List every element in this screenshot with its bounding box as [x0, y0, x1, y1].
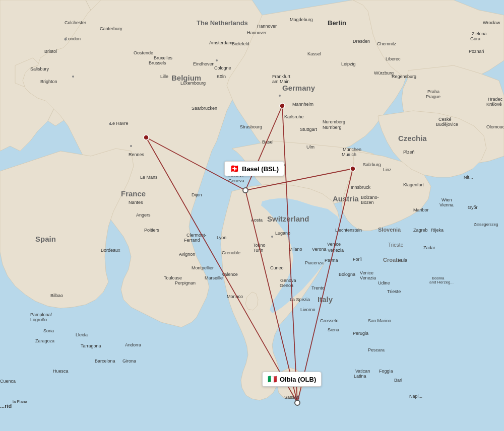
map-svg: .land { fill: #e8e0d0; stroke: #c8b89a; …	[0, 0, 504, 431]
svg-point-17	[216, 59, 218, 61]
czechia-label: Czechia	[398, 134, 427, 142]
venice2-label: Venice	[360, 270, 373, 275]
hradec-label: Hradec	[488, 97, 503, 102]
colchester-label: Colchester	[65, 20, 86, 25]
berlin-label: Berlin	[328, 19, 346, 27]
poznan-label: Poznań	[469, 49, 484, 54]
bordeaux-label: Bordeaux	[101, 248, 120, 253]
nit-label: Nit...	[464, 175, 473, 180]
basel-flag: 🇨🇭	[230, 164, 239, 173]
canterbury-label: Canterbury	[100, 26, 122, 31]
olomouc-label: Olomouc	[486, 124, 504, 129]
brighton-label: Brighton	[40, 79, 57, 84]
nurnberg-label: Nürnberg	[323, 125, 342, 130]
wien-label: Wien	[442, 197, 452, 202]
olbia-airport-label: 🇮🇹 Olbia (OLB)	[262, 372, 322, 387]
turin-label: Turin	[253, 248, 263, 253]
germany-label: Germany	[282, 84, 316, 92]
pescara-label: Pescara	[368, 347, 385, 352]
svg-point-21	[271, 236, 273, 238]
naples-label: Napl...	[409, 394, 422, 399]
genova-label: Genova	[280, 278, 296, 283]
pula-label: Pula	[398, 258, 407, 263]
klagenfurt-label: Klagenfurt	[403, 182, 424, 187]
venezia2-label: Venezia	[360, 275, 376, 280]
svg-point-15	[109, 123, 111, 125]
piacenza-label: Piacenza	[305, 260, 324, 265]
svg-point-11	[243, 188, 248, 193]
basel-label-text: Basel (BSL)	[242, 165, 279, 173]
kralove-label: Králové	[486, 102, 502, 107]
svg-point-9	[280, 103, 285, 108]
zalaegerszeg-label: Zalaegerszeg	[474, 222, 498, 227]
montpellier-label: Montpellier	[192, 265, 214, 270]
olbia-flag: 🇮🇹	[268, 375, 277, 384]
bielefeld-label: Bielefeld	[232, 41, 249, 46]
maribor-label: Maribor	[413, 207, 429, 212]
huesca-label: Huesca	[53, 369, 69, 374]
olbia-label-text: Olbia (OLB)	[280, 376, 316, 383]
zadar-label: Zadar	[423, 245, 435, 250]
cuenca-label: Cuenca	[0, 379, 16, 384]
udine-label: Udine	[378, 280, 390, 285]
verona-label: Verona	[312, 247, 327, 252]
gyor-label: Győr	[468, 205, 478, 210]
praha-label: Praha	[427, 89, 439, 94]
ferrand-label: Ferrand	[184, 238, 200, 243]
gora-label: Góra	[470, 36, 480, 41]
milano-label: Milano	[289, 247, 302, 252]
svg-point-12	[295, 400, 300, 405]
cuneo-label: Cuneo	[270, 265, 284, 270]
svg-point-14	[72, 76, 74, 78]
saarbrucken-label: Saarbrücken	[192, 106, 217, 111]
svg-point-8	[144, 135, 149, 140]
amsterdam-label: Amsterdam	[209, 40, 232, 45]
liechtenstein-label: Liechtenstein	[335, 228, 362, 233]
bari-label: Bari	[394, 378, 402, 383]
hannover-label: Hannover	[247, 30, 267, 35]
london-label: London	[66, 36, 81, 41]
svg-point-18	[279, 95, 281, 97]
linz-label: Linz	[383, 167, 392, 172]
avignon-label: Avignon	[179, 252, 195, 257]
vienna-label: Vienna	[439, 202, 454, 207]
eindhoven-label: Eindhoven	[193, 61, 215, 66]
monaco-label: Monaco	[227, 294, 243, 299]
magdeburg-label: Magdeburg	[290, 17, 313, 22]
svg-point-13	[65, 38, 67, 41]
nantes-label: Nantes	[129, 200, 143, 205]
andorra-label: Andorra	[125, 342, 141, 347]
france-label: France	[121, 189, 146, 198]
tarragona-label: Tarragona	[81, 343, 101, 348]
ulm-label: Ulm	[306, 145, 314, 150]
logro-label: Logroño	[30, 317, 47, 322]
bozen-label: Bozen	[361, 200, 374, 205]
strasbourg-label: Strasbourg	[240, 124, 262, 129]
basel-city-label: Basel	[262, 139, 274, 145]
poitiers-label: Poitiers	[144, 228, 160, 233]
mannheim-label: Mannheim	[292, 102, 313, 107]
grosseto-label: Grosseto	[320, 318, 339, 323]
trieste-label: Trieste	[388, 242, 404, 248]
forli-label: Forlì	[353, 257, 362, 262]
trento-label: Trento	[311, 285, 325, 291]
liberec-label: Liberec	[386, 56, 401, 61]
ceske-label: České	[438, 117, 452, 122]
rennes-label: Rennes	[129, 152, 145, 157]
clermont-label: Clermont-	[186, 233, 207, 238]
salzburg-label: Salzburg	[363, 162, 381, 167]
stuttgart-label: Stuttgart	[300, 127, 318, 132]
dijon-label: Dijon	[192, 192, 202, 197]
angers-label: Angers	[136, 212, 151, 218]
pamplona-label: Pamplona/	[30, 312, 52, 317]
koln-label: Köln	[217, 74, 226, 79]
girona-label: Girona	[122, 358, 136, 364]
leipzig-label: Leipzig	[341, 61, 356, 66]
la-plana-label: la Plana	[13, 399, 27, 404]
svg-point-19	[348, 154, 350, 156]
regensburg-label: Regensburg	[392, 74, 416, 79]
bilbao-label: Bilbao	[50, 293, 63, 298]
livorno-label: Livorno	[300, 307, 316, 312]
brussels-label: Brussels	[149, 60, 166, 65]
svg-point-16	[130, 145, 132, 147]
